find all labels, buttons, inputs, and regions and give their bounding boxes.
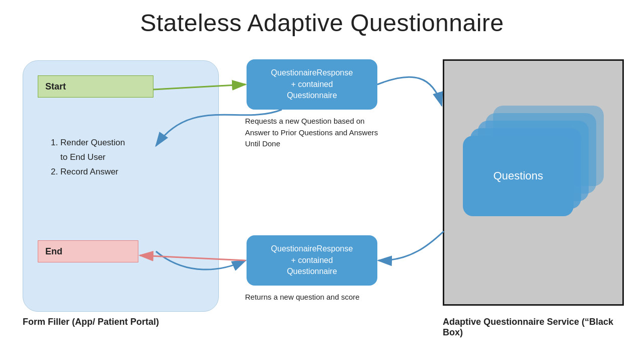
qr-top-box: QuestionaireResponse+ containedQuestionn… [247, 59, 377, 110]
diagram-area: Start End Render Questionto End User Rec… [0, 45, 644, 357]
form-filler-label: Form Filler (App/ Patient Portal) [23, 317, 219, 327]
end-label: End [45, 246, 62, 257]
form-filler-box [23, 60, 219, 312]
steps-list: Render Questionto End User Record Answer [50, 136, 125, 179]
questions-label: Questions [493, 169, 543, 183]
page-title: Stateless Adaptive Questionnaire [0, 0, 644, 37]
questions-area: Questions [463, 106, 614, 256]
qr-top-to-aq-arrow [377, 77, 442, 106]
qr-top-label: QuestionaireResponse+ containedQuestionn… [271, 67, 353, 101]
desc-bottom-text: Returns a new question and score [245, 292, 386, 303]
desc-top-content: Requests a new Question based on Answer … [245, 117, 378, 148]
step-2: Record Answer [60, 165, 125, 179]
start-label: Start [45, 81, 66, 92]
aq-to-qr-bottom-arrow [378, 231, 444, 260]
step-1: Render Questionto End User [60, 136, 125, 165]
aq-service-label: Adaptive Questionnaire Service (“Black B… [443, 317, 624, 338]
desc-top-text: Requests a new Question based on Answer … [245, 116, 386, 150]
qr-bottom-box: QuestionaireResponse+ containedQuestionn… [247, 235, 377, 286]
q-card-5: Questions [463, 136, 574, 216]
start-box: Start [38, 75, 153, 98]
qr-bottom-label: QuestionaireResponse+ containedQuestionn… [271, 243, 353, 277]
end-box: End [38, 240, 138, 262]
desc-bottom-content: Returns a new question and score [245, 293, 360, 301]
